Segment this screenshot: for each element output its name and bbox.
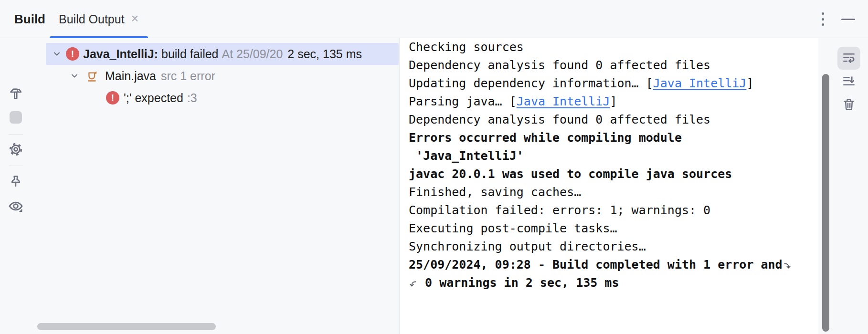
tab-label: Build Output [59,12,125,26]
tree-row-error[interactable]: ! ';' expected :3 [36,87,399,109]
chevron-down-icon[interactable] [69,71,80,81]
java-file-icon [86,69,99,83]
tree-row-file[interactable]: Main.java src 1 error [36,65,399,87]
error-badge: ! [66,47,79,61]
console-text: Dependency analysis found 0 affected fil… [409,56,710,74]
stop-button [8,109,24,125]
build-status: build failed [158,47,222,61]
console-line: Dependency analysis found 0 affected fil… [409,56,818,74]
more-options-icon[interactable] [820,12,826,26]
build-console: Checking sourcesDependency analysis foun… [400,38,818,334]
console-text: Executing post-compile tasks… [409,219,617,238]
clear-all-button[interactable] [837,93,860,116]
console-text: Checking sources [409,38,524,56]
soft-wrap-end-icon [783,261,791,271]
hammer-icon [9,86,23,101]
pin-icon [9,174,23,188]
tab-close-icon[interactable]: × [131,12,139,25]
vertical-scrollbar[interactable] [822,74,829,332]
console-line: Parsing java… [Java_IntelliJ] [409,93,818,111]
tree-row-module[interactable]: ! Java_IntelliJ: build failed At 25/09/2… [46,43,399,65]
preview-button[interactable] [8,198,24,214]
module-name: Java_IntelliJ: [83,47,158,61]
file-name: Main.java [105,69,156,83]
console-text: 0 warnings in 2 sec, 135 ms [418,274,619,292]
console-text: 'Java_IntelliJ' [409,147,524,165]
soft-wrap-button[interactable] [837,47,860,70]
console-text: Synchronizing output directories… [409,238,646,256]
build-tree: ! Java_IntelliJ: build failed At 25/09/2… [36,38,400,334]
console-line: javac 20.0.1 was used to compile java so… [409,165,818,183]
error-message: ';' expected [124,91,183,105]
toolbar-divider [9,134,23,135]
chevron-down-icon[interactable] [52,49,62,59]
scroll-to-end-button[interactable] [837,71,860,94]
console-module-link[interactable]: Java_IntelliJ [653,74,747,93]
soft-wrap-icon [842,51,856,65]
console-line: 0 warnings in 2 sec, 135 ms [409,274,818,292]
horizontal-scrollbar[interactable] [37,323,216,330]
stop-icon [10,111,22,124]
console-lines: Checking sourcesDependency analysis foun… [409,38,818,292]
tool-window-title: Build [14,0,45,38]
console-line: Finished, saving caches… [409,183,818,201]
trash-icon [842,97,856,112]
rerun-build-button[interactable] [8,85,24,102]
toolbar-divider [9,166,23,166]
build-timestamp: At 25/09/20 [222,47,283,61]
console-text: Compilation failed: errors: 1; warnings:… [409,201,710,219]
console-line: Checking sources [409,38,818,56]
console-line: Executing post-compile tasks… [409,219,818,238]
console-text: Parsing java… [ [409,93,517,111]
console-line: 'Java_IntelliJ' [409,147,818,165]
console-line: Errors occurred while compiling module [409,129,818,147]
console-text: Errors occurred while compiling module [409,129,682,147]
console-toolbar [818,38,868,334]
gear-icon [8,142,23,157]
console-text: javac 20.0.1 was used to compile java so… [409,165,732,183]
console-line: Updating dependency information… [Java_I… [409,74,818,93]
error-badge: ! [106,91,119,104]
console-module-link[interactable]: Java_IntelliJ [517,93,610,111]
tool-window-header: Build Build Output × [0,0,868,38]
console-line: Synchronizing output directories… [409,238,818,256]
console-line: 25/09/2024, 09:28 - Build completed with… [409,256,818,274]
build-duration: 2 sec, 135 ms [287,47,362,61]
error-line-number: :3 [187,91,197,105]
console-text: ] [746,74,753,93]
scroll-to-end-icon [842,75,856,89]
console-text: ] [610,93,617,111]
build-toolbar [0,38,36,334]
pin-tab-button[interactable] [8,173,24,189]
hide-tool-window-icon[interactable] [841,19,855,20]
eye-icon [8,198,24,214]
console-line: Compilation failed: errors: 1; warnings:… [409,201,818,219]
file-meta: src 1 error [161,69,215,83]
build-settings-button[interactable] [8,141,24,157]
tab-build-output[interactable]: Build Output × [50,0,148,38]
console-line: Dependency analysis found 0 affected fil… [409,111,818,129]
console-text: Finished, saving caches… [409,183,581,201]
soft-wrap-start-icon [410,279,417,290]
console-text: 25/09/2024, 09:28 - Build completed with… [409,256,783,274]
console-text: Updating dependency information… [ [409,74,653,93]
console-text: Dependency analysis found 0 affected fil… [409,111,710,129]
